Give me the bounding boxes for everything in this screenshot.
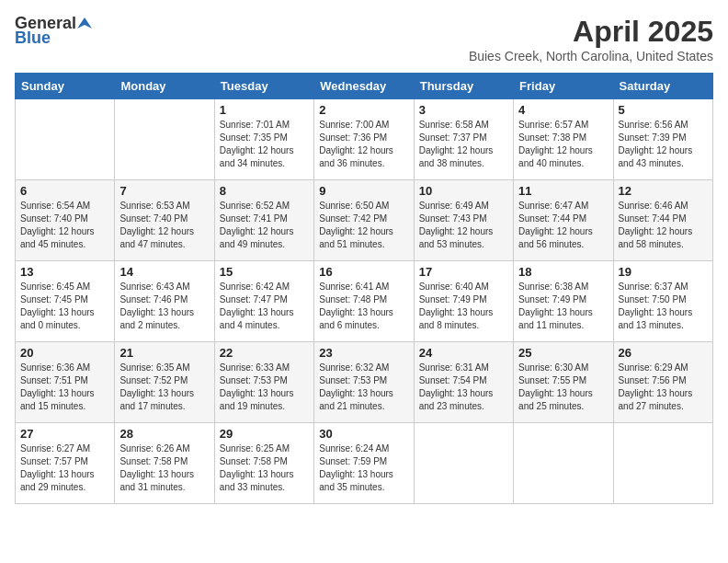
calendar-cell: 13Sunrise: 6:45 AM Sunset: 7:45 PM Dayli… xyxy=(16,261,115,342)
week-row-3: 13Sunrise: 6:45 AM Sunset: 7:45 PM Dayli… xyxy=(16,261,713,342)
day-number: 14 xyxy=(119,265,209,279)
calendar-table: SundayMondayTuesdayWednesdayThursdayFrid… xyxy=(15,73,713,504)
day-info: Sunrise: 6:38 AM Sunset: 7:49 PM Dayligh… xyxy=(518,281,608,332)
day-info: Sunrise: 7:00 AM Sunset: 7:36 PM Dayligh… xyxy=(319,119,408,170)
calendar-header: SundayMondayTuesdayWednesdayThursdayFrid… xyxy=(16,74,713,99)
calendar-cell: 9Sunrise: 6:50 AM Sunset: 7:42 PM Daylig… xyxy=(314,180,414,261)
calendar-cell: 12Sunrise: 6:46 AM Sunset: 7:44 PM Dayli… xyxy=(613,180,712,261)
calendar-cell xyxy=(414,423,513,504)
day-info: Sunrise: 6:40 AM Sunset: 7:49 PM Dayligh… xyxy=(419,281,508,332)
day-number: 10 xyxy=(419,184,508,198)
calendar-cell: 11Sunrise: 6:47 AM Sunset: 7:44 PM Dayli… xyxy=(514,180,613,261)
day-info: Sunrise: 6:29 AM Sunset: 7:56 PM Dayligh… xyxy=(619,362,708,413)
calendar-cell: 14Sunrise: 6:43 AM Sunset: 7:46 PM Dayli… xyxy=(115,261,214,342)
calendar-cell: 22Sunrise: 6:33 AM Sunset: 7:53 PM Dayli… xyxy=(214,342,313,423)
day-number: 16 xyxy=(319,265,408,279)
header-cell-saturday: Saturday xyxy=(613,74,712,99)
calendar-cell: 17Sunrise: 6:40 AM Sunset: 7:49 PM Dayli… xyxy=(414,261,513,342)
day-info: Sunrise: 6:57 AM Sunset: 7:38 PM Dayligh… xyxy=(518,119,608,170)
calendar-cell: 6Sunrise: 6:54 AM Sunset: 7:40 PM Daylig… xyxy=(16,180,115,261)
calendar-cell: 20Sunrise: 6:36 AM Sunset: 7:51 PM Dayli… xyxy=(16,342,115,423)
day-number: 23 xyxy=(319,346,408,360)
day-number: 27 xyxy=(20,427,109,441)
calendar-cell: 25Sunrise: 6:30 AM Sunset: 7:55 PM Dayli… xyxy=(514,342,613,423)
day-number: 5 xyxy=(619,103,708,117)
day-info: Sunrise: 6:47 AM Sunset: 7:44 PM Dayligh… xyxy=(518,200,608,251)
day-number: 30 xyxy=(319,427,408,441)
header-cell-wednesday: Wednesday xyxy=(314,74,414,99)
day-number: 4 xyxy=(518,103,608,117)
day-info: Sunrise: 6:33 AM Sunset: 7:53 PM Dayligh… xyxy=(220,362,309,413)
day-info: Sunrise: 6:45 AM Sunset: 7:45 PM Dayligh… xyxy=(20,281,109,332)
header-row: SundayMondayTuesdayWednesdayThursdayFrid… xyxy=(16,74,713,99)
day-info: Sunrise: 6:32 AM Sunset: 7:53 PM Dayligh… xyxy=(319,362,408,413)
header-cell-thursday: Thursday xyxy=(414,74,513,99)
calendar-cell: 21Sunrise: 6:35 AM Sunset: 7:52 PM Dayli… xyxy=(115,342,214,423)
calendar-cell: 8Sunrise: 6:52 AM Sunset: 7:41 PM Daylig… xyxy=(214,180,313,261)
calendar-cell: 16Sunrise: 6:41 AM Sunset: 7:48 PM Dayli… xyxy=(314,261,414,342)
calendar-cell: 26Sunrise: 6:29 AM Sunset: 7:56 PM Dayli… xyxy=(613,342,712,423)
day-info: Sunrise: 6:42 AM Sunset: 7:47 PM Dayligh… xyxy=(220,281,309,332)
calendar-cell: 7Sunrise: 6:53 AM Sunset: 7:40 PM Daylig… xyxy=(115,180,214,261)
calendar-cell: 3Sunrise: 6:58 AM Sunset: 7:37 PM Daylig… xyxy=(414,99,513,180)
week-row-5: 27Sunrise: 6:27 AM Sunset: 7:57 PM Dayli… xyxy=(16,423,713,504)
calendar-cell: 24Sunrise: 6:31 AM Sunset: 7:54 PM Dayli… xyxy=(414,342,513,423)
calendar-cell: 19Sunrise: 6:37 AM Sunset: 7:50 PM Dayli… xyxy=(613,261,712,342)
day-info: Sunrise: 6:35 AM Sunset: 7:52 PM Dayligh… xyxy=(119,362,209,413)
week-row-1: 1Sunrise: 7:01 AM Sunset: 7:35 PM Daylig… xyxy=(16,99,713,180)
day-number: 3 xyxy=(419,103,508,117)
header-cell-friday: Friday xyxy=(514,74,613,99)
calendar-cell: 27Sunrise: 6:27 AM Sunset: 7:57 PM Dayli… xyxy=(16,423,115,504)
header-cell-tuesday: Tuesday xyxy=(214,74,313,99)
day-info: Sunrise: 6:41 AM Sunset: 7:48 PM Dayligh… xyxy=(319,281,408,332)
day-info: Sunrise: 6:36 AM Sunset: 7:51 PM Dayligh… xyxy=(20,362,109,413)
day-info: Sunrise: 6:30 AM Sunset: 7:55 PM Dayligh… xyxy=(518,362,608,413)
day-number: 15 xyxy=(220,265,309,279)
day-info: Sunrise: 6:53 AM Sunset: 7:40 PM Dayligh… xyxy=(119,200,209,251)
calendar-cell xyxy=(514,423,613,504)
day-info: Sunrise: 6:27 AM Sunset: 7:57 PM Dayligh… xyxy=(20,442,109,494)
day-number: 29 xyxy=(220,427,309,441)
day-info: Sunrise: 7:01 AM Sunset: 7:35 PM Dayligh… xyxy=(220,119,309,170)
calendar-cell xyxy=(115,99,214,180)
calendar-cell: 30Sunrise: 6:24 AM Sunset: 7:59 PM Dayli… xyxy=(314,423,414,504)
day-number: 9 xyxy=(319,184,408,198)
calendar-subtitle: Buies Creek, North Carolina, United Stat… xyxy=(469,49,713,63)
day-info: Sunrise: 6:43 AM Sunset: 7:46 PM Dayligh… xyxy=(119,281,209,332)
calendar-cell: 1Sunrise: 7:01 AM Sunset: 7:35 PM Daylig… xyxy=(214,99,313,180)
page-header: General Blue April 2025 Buies Creek, Nor… xyxy=(15,15,713,63)
calendar-cell: 10Sunrise: 6:49 AM Sunset: 7:43 PM Dayli… xyxy=(414,180,513,261)
day-number: 13 xyxy=(20,265,109,279)
title-block: April 2025 Buies Creek, North Carolina, … xyxy=(469,15,713,63)
day-info: Sunrise: 6:25 AM Sunset: 7:58 PM Dayligh… xyxy=(220,442,309,494)
day-info: Sunrise: 6:54 AM Sunset: 7:40 PM Dayligh… xyxy=(20,200,109,251)
calendar-body: 1Sunrise: 7:01 AM Sunset: 7:35 PM Daylig… xyxy=(16,99,713,504)
calendar-cell: 4Sunrise: 6:57 AM Sunset: 7:38 PM Daylig… xyxy=(514,99,613,180)
day-number: 18 xyxy=(518,265,608,279)
header-cell-monday: Monday xyxy=(115,74,214,99)
calendar-cell: 23Sunrise: 6:32 AM Sunset: 7:53 PM Dayli… xyxy=(314,342,414,423)
calendar-cell xyxy=(613,423,712,504)
day-number: 24 xyxy=(419,346,508,360)
day-number: 17 xyxy=(419,265,508,279)
day-number: 1 xyxy=(220,103,309,117)
day-info: Sunrise: 6:26 AM Sunset: 7:58 PM Dayligh… xyxy=(119,442,209,494)
week-row-2: 6Sunrise: 6:54 AM Sunset: 7:40 PM Daylig… xyxy=(16,180,713,261)
day-number: 12 xyxy=(619,184,708,198)
day-number: 19 xyxy=(619,265,708,279)
calendar-cell: 15Sunrise: 6:42 AM Sunset: 7:47 PM Dayli… xyxy=(214,261,313,342)
calendar-title: April 2025 xyxy=(469,15,713,49)
day-number: 28 xyxy=(119,427,209,441)
logo-blue-text: Blue xyxy=(15,29,92,46)
logo: General Blue xyxy=(15,15,92,46)
day-number: 25 xyxy=(518,346,608,360)
header-cell-sunday: Sunday xyxy=(16,74,115,99)
day-number: 11 xyxy=(518,184,608,198)
logo-bird-icon xyxy=(77,16,92,30)
day-number: 7 xyxy=(119,184,209,198)
day-number: 8 xyxy=(220,184,309,198)
day-info: Sunrise: 6:37 AM Sunset: 7:50 PM Dayligh… xyxy=(619,281,708,332)
day-number: 2 xyxy=(319,103,408,117)
week-row-4: 20Sunrise: 6:36 AM Sunset: 7:51 PM Dayli… xyxy=(16,342,713,423)
day-number: 21 xyxy=(119,346,209,360)
